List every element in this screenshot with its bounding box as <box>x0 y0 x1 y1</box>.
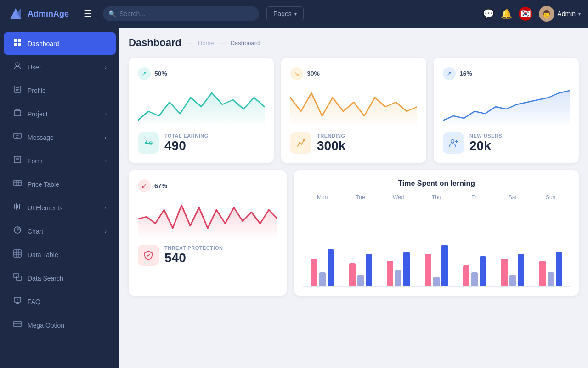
bar-purple <box>395 270 401 286</box>
bar-group <box>463 203 486 286</box>
bar-blue <box>366 254 372 286</box>
notification-icon-button[interactable]: 🔔 <box>501 8 512 19</box>
threat-badge: ↙ <box>138 179 151 192</box>
bar-day-label: Wed <box>384 194 412 201</box>
bar-group <box>539 203 562 286</box>
bar-day-label: Sun <box>537 194 565 201</box>
mini-chart-new-users <box>443 84 570 125</box>
chat-icon-button[interactable]: 💬 <box>483 8 494 19</box>
sidebar-item-user[interactable]: User › <box>4 56 116 78</box>
bar-pink <box>387 261 393 286</box>
page-title: Dashboard <box>129 37 181 49</box>
sidebar-item-message[interactable]: Message › <box>4 126 116 149</box>
sidebar-item-faq[interactable]: ? FAQ <box>4 290 116 313</box>
stat-badge-total-earning: ↗ <box>138 67 151 80</box>
threat-value: 540 <box>164 251 223 265</box>
breadcrumb-current: Dashboard <box>231 40 260 46</box>
sidebar-item-label-ui-elements: UI Elements <box>28 204 99 212</box>
bar-purple <box>471 272 478 286</box>
pages-button[interactable]: Pages ▾ <box>266 6 304 21</box>
stat-icon-new-users <box>443 132 464 154</box>
bar-blue <box>556 252 562 286</box>
bar-pink <box>539 261 546 286</box>
admin-avatar-wrap[interactable]: 👨 Admin ▾ <box>539 6 581 22</box>
sidebar: Dashboard User › Profile Project › Messa… <box>0 28 119 368</box>
data-table-icon <box>13 249 22 260</box>
svg-marker-47 <box>443 91 570 125</box>
bar-pink <box>349 263 356 286</box>
form-icon <box>13 155 22 166</box>
sidebar-item-project[interactable]: Project › <box>4 103 116 125</box>
sidebar-item-form[interactable]: Form › <box>4 150 116 172</box>
svg-rect-16 <box>14 180 21 186</box>
bottom-grid: ↙ 67% THREAT PROTECTION 540 Time Spent o… <box>129 170 579 296</box>
threat-percent: 67% <box>154 182 167 190</box>
sidebar-item-label-project: Project <box>28 110 99 118</box>
svg-rect-21 <box>16 203 17 210</box>
stat-percent-total-earning: 50% <box>154 70 167 77</box>
bar-group <box>501 203 524 286</box>
bar-group <box>387 203 410 286</box>
threat-card: ↙ 67% THREAT PROTECTION 540 <box>129 170 287 296</box>
mega-option-icon <box>13 320 22 330</box>
search-icon: 🔍 <box>108 10 116 17</box>
chevron-icon: › <box>105 135 107 140</box>
bar-blue <box>441 245 448 286</box>
svg-rect-5 <box>18 43 21 46</box>
bar-day-label: Mon <box>309 194 336 201</box>
stats-grid: ↗ 50% TOTAL EARNING 490 <box>129 58 579 163</box>
svg-point-46 <box>299 142 300 144</box>
sidebar-item-label-form: Form <box>28 157 99 165</box>
svg-line-53 <box>148 254 150 256</box>
sidebar-item-mega-option[interactable]: Mega Option <box>4 314 116 336</box>
faq-icon: ? <box>13 296 22 307</box>
svg-rect-32 <box>17 276 21 281</box>
dashboard-icon <box>13 38 22 49</box>
language-flag[interactable]: 🇰🇷 <box>519 7 532 21</box>
stat-percent-trending: 30% <box>307 70 320 77</box>
bar-group <box>349 203 372 286</box>
stat-labels-total-earning: TOTAL EARNING 490 <box>164 133 209 153</box>
sidebar-item-label-dashboard: Dashboard <box>28 40 107 47</box>
bar-day-label: Tue <box>347 194 374 201</box>
sidebar-item-label-message: Message <box>28 134 99 141</box>
svg-marker-51 <box>138 205 277 237</box>
threat-label: THREAT PROTECTION <box>164 245 223 251</box>
nav-icons: 💬 🔔 🇰🇷 👨 Admin ▾ <box>483 6 581 22</box>
stat-icon-total-earning <box>138 132 159 154</box>
chevron-icon: › <box>105 229 107 234</box>
menu-button[interactable]: ☰ <box>80 6 96 21</box>
svg-rect-26 <box>14 250 21 257</box>
stat-info-new-users: NEW USERS 20k <box>443 132 570 154</box>
bar-purple <box>357 275 364 286</box>
bar-purple <box>319 272 326 286</box>
logo-text: AdminAge <box>28 9 69 19</box>
breadcrumb-home[interactable]: Home <box>198 40 214 46</box>
search-input[interactable] <box>103 6 259 21</box>
mini-chart-total-earning <box>138 84 265 125</box>
ui-elements-icon <box>13 202 22 213</box>
sidebar-item-price-table[interactable]: Price Table <box>4 173 116 196</box>
user-icon <box>13 62 22 72</box>
chevron-icon: › <box>105 111 107 117</box>
threat-mini-chart <box>138 196 277 237</box>
avatar: 👨 <box>539 6 554 22</box>
stat-value-total-earning: 490 <box>164 138 209 153</box>
bar-day-label: Sat <box>499 194 526 201</box>
bar-day-label: Fri <box>461 194 488 201</box>
stat-info-total-earning: TOTAL EARNING 490 <box>138 132 265 154</box>
sidebar-item-ui-elements[interactable]: UI Elements › <box>4 196 116 219</box>
stat-percent-new-users: 16% <box>459 70 472 77</box>
stat-card-trending: ↘ 30% TRENDING 300k <box>281 58 426 163</box>
sidebar-item-data-search[interactable]: Data Search <box>4 267 116 289</box>
stat-value-trending: 300k <box>317 138 345 153</box>
sidebar-item-data-table[interactable]: Data Table <box>4 243 116 266</box>
sidebar-item-chart[interactable]: Chart › <box>4 220 116 242</box>
logo: AdminAge <box>7 6 69 22</box>
bar-purple <box>433 277 440 286</box>
sidebar-item-dashboard[interactable]: Dashboard <box>4 32 116 55</box>
sidebar-item-profile[interactable]: Profile <box>4 79 116 102</box>
stat-info-trending: TRENDING 300k <box>290 132 417 154</box>
stat-value-new-users: 20k <box>469 138 502 153</box>
stat-label-trending: TRENDING <box>317 133 345 138</box>
